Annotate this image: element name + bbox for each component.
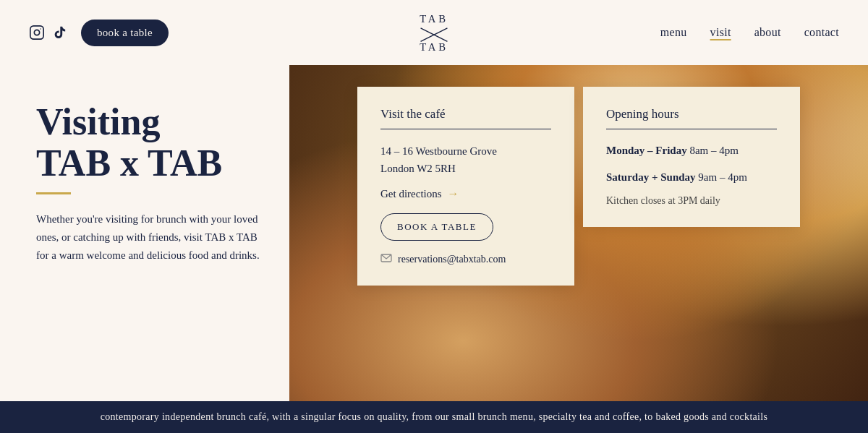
svg-point-1 [34,30,39,35]
visit-card-title: Visit the café [380,107,551,129]
main-section: Visiting TAB x TAB Whether you're visiti… [0,65,868,433]
hours-card: Opening hours Monday – Friday 8am – 4pm … [583,87,800,227]
kitchen-note: Kitchen closes at 3PM daily [606,195,777,207]
social-icons [29,25,68,40]
svg-point-2 [40,28,41,29]
photo-area: Visit the café 14 – 16 Westbourne Grove … [289,65,868,433]
page-heading: Visiting TAB x TAB [36,101,260,184]
nav-contact[interactable]: contact [804,26,839,39]
hours-card-title: Opening hours [606,107,777,129]
svg-text:TAB: TAB [420,41,448,53]
nav-visit[interactable]: visit [710,26,731,39]
nav-menu[interactable]: menu [660,26,687,39]
heading-underline [36,192,71,194]
svg-text:TAB: TAB [420,13,448,25]
visit-card: Visit the café 14 – 16 Westbourne Grove … [357,87,574,286]
site-logo: TAB TAB [412,9,456,56]
footer-text: contemporary independent brunch café, wi… [101,411,767,422]
instagram-icon[interactable] [29,25,45,40]
book-table-card-button[interactable]: BOOK A TABLE [380,213,493,241]
arrow-icon: → [448,187,459,200]
cards-overlay: Visit the café 14 – 16 Westbourne Grove … [289,65,868,433]
tiktok-icon[interactable] [52,25,68,40]
nav-about[interactable]: about [754,26,781,39]
page-description: Whether you're visiting for brunch with … [36,210,260,264]
svg-rect-0 [30,26,43,39]
book-table-header-button[interactable]: book a table [81,20,169,46]
weekday-hours: Monday – Friday 8am – 4pm [606,142,777,159]
main-nav: menu visit about contact [660,26,839,39]
address: 14 – 16 Westbourne Grove London W2 5RH [380,142,551,177]
header: book a table TAB TAB menu visit about co… [0,0,868,65]
header-left: book a table [29,20,169,46]
footer-banner: contemporary independent brunch café, wi… [0,401,868,433]
email-icon [380,254,392,265]
left-panel: Visiting TAB x TAB Whether you're visiti… [0,65,289,433]
get-directions-link[interactable]: Get directions → [380,187,551,200]
weekend-hours: Saturday + Sunday 9am – 4pm [606,169,777,186]
email-address: reservations@tabxtab.com [398,254,506,265]
email-row: reservations@tabxtab.com [380,254,551,265]
